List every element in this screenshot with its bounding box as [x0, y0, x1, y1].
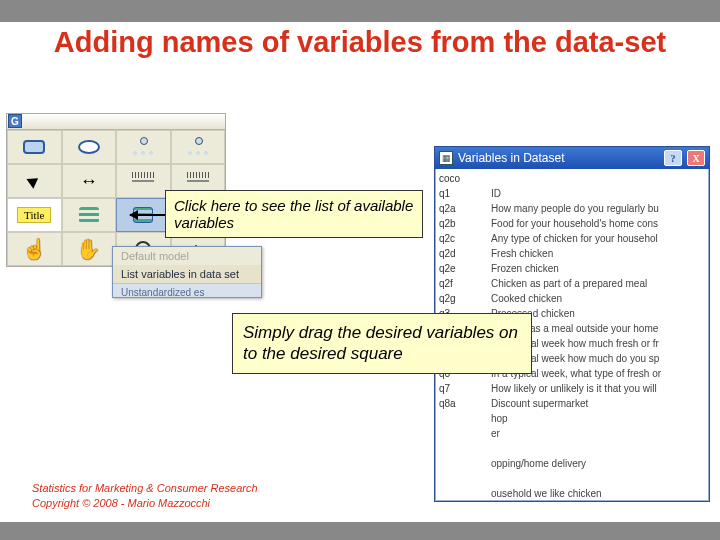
- hand-icon: ✋: [76, 237, 101, 261]
- tool-latent[interactable]: [116, 130, 171, 164]
- cursor-icon: [27, 173, 42, 189]
- dialog-app-icon: ▦: [439, 151, 453, 165]
- callout-list-variables: Click here to see the list of available …: [165, 190, 423, 238]
- variable-row[interactable]: q2gCooked chicken: [439, 291, 709, 306]
- variable-row[interactable]: q1ID: [439, 186, 709, 201]
- variable-code: q8a: [439, 396, 483, 411]
- rectangle-icon: [23, 140, 45, 154]
- variable-code: coco: [439, 171, 483, 186]
- tool-oval[interactable]: [62, 130, 117, 164]
- variable-code: q2g: [439, 291, 483, 306]
- tree-icon: [185, 137, 211, 157]
- variable-code: q2b: [439, 216, 483, 231]
- sliders-icon: [132, 172, 154, 190]
- variable-row[interactable]: q2cAny type of chicken for your househol: [439, 231, 709, 246]
- tool-hand-2[interactable]: ✋: [62, 232, 117, 266]
- callout-arrow: [130, 214, 168, 216]
- variable-row[interactable]: q2bFood for your household's home cons: [439, 216, 709, 231]
- variable-code: q2c: [439, 231, 483, 246]
- tool-title[interactable]: Title: [7, 198, 62, 232]
- database-icon: [79, 207, 99, 223]
- variable-description: Frozen chicken: [491, 261, 559, 276]
- variable-row[interactable]: q8aDiscount supermarket: [439, 396, 709, 411]
- slide-footer: Statistics for Marketing & Consumer Rese…: [32, 481, 258, 510]
- sliders-icon: [187, 172, 209, 190]
- variable-row[interactable]: q7How likely or unlikely is it that you …: [439, 381, 709, 396]
- variable-description: opping/home delivery: [491, 456, 586, 471]
- tool-double-arrow[interactable]: ↔: [62, 164, 117, 198]
- variable-description: How likely or unlikely is it that you wi…: [491, 381, 657, 396]
- dialog-titlebar[interactable]: ▦ Variables in Dataset ? X: [435, 147, 709, 169]
- dialog-help-button[interactable]: ?: [664, 150, 682, 166]
- variable-row[interactable]: ousehold we like chicken: [439, 486, 709, 501]
- variable-description: Discount supermarket: [491, 396, 588, 411]
- variable-description: Any type of chicken for your househol: [491, 231, 658, 246]
- tool-pointer[interactable]: [7, 164, 62, 198]
- variable-code: q2f: [439, 276, 483, 291]
- footer-line-1: Statistics for Marketing & Consumer Rese…: [32, 481, 258, 495]
- footer-line-2: Copyright © 2008 - Mario Mazzocchi: [32, 496, 258, 510]
- variable-code: [439, 411, 483, 426]
- menu-item-default[interactable]: Default model: [113, 247, 261, 265]
- variable-row[interactable]: [439, 471, 709, 486]
- variable-row[interactable]: q2fChicken as part of a prepared meal: [439, 276, 709, 291]
- toolbox-context-menu: Default model List variables in data set…: [112, 246, 262, 298]
- tool-data-1[interactable]: [62, 198, 117, 232]
- slide-bottom-bar: [0, 522, 720, 540]
- tool-rectangle[interactable]: [7, 130, 62, 164]
- title-button-label: Title: [17, 207, 51, 223]
- variable-code: [439, 456, 483, 471]
- menu-item-unstandardized[interactable]: Unstandardized es: [113, 283, 261, 297]
- slide-title: Adding names of variables from the data-…: [0, 22, 720, 65]
- slide-top-bar: [0, 0, 720, 22]
- variable-row[interactable]: coco: [439, 171, 709, 186]
- variable-code: [439, 486, 483, 501]
- tool-tree2[interactable]: [171, 130, 226, 164]
- variable-description: hop: [491, 411, 508, 426]
- toolbox-tab[interactable]: G: [8, 114, 22, 128]
- variable-row[interactable]: q2dFresh chicken: [439, 246, 709, 261]
- variable-code: q1: [439, 186, 483, 201]
- oval-icon: [78, 140, 100, 154]
- variable-code: [439, 471, 483, 486]
- variable-description: How many people do you regularly bu: [491, 201, 659, 216]
- dialog-title-text: Variables in Dataset: [458, 151, 565, 165]
- variable-code: [439, 426, 483, 441]
- variable-code: q2a: [439, 201, 483, 216]
- callout-drag-variables: Simply drag the desired variables on to …: [232, 313, 532, 374]
- double-arrow-icon: ↔: [80, 172, 98, 190]
- variable-row[interactable]: opping/home delivery: [439, 456, 709, 471]
- variable-description: Cooked chicken: [491, 291, 562, 306]
- variable-code: q7: [439, 381, 483, 396]
- tool-sliders[interactable]: [116, 164, 171, 198]
- variable-code: q2e: [439, 261, 483, 276]
- variable-description: ID: [491, 186, 501, 201]
- variable-row[interactable]: q2aHow many people do you regularly bu: [439, 201, 709, 216]
- variable-row[interactable]: er: [439, 426, 709, 441]
- variable-description: ousehold we like chicken: [491, 486, 602, 501]
- variable-description: Fresh chicken: [491, 246, 553, 261]
- tool-hand-1[interactable]: ☝: [7, 232, 62, 266]
- variable-row[interactable]: q2eFrozen chicken: [439, 261, 709, 276]
- variable-description: Food for your household's home cons: [491, 216, 658, 231]
- variable-row[interactable]: [439, 441, 709, 456]
- variable-description: er: [491, 426, 500, 441]
- variable-row[interactable]: hop: [439, 411, 709, 426]
- tree-icon: [130, 137, 156, 157]
- hand-icon: ☝: [22, 237, 47, 261]
- dialog-close-button[interactable]: X: [687, 150, 705, 166]
- toolbox-tabbar: G: [7, 114, 225, 130]
- menu-item-list-variables[interactable]: List variables in data set: [113, 265, 261, 283]
- variable-description: Chicken as part of a prepared meal: [491, 276, 647, 291]
- variable-code: [439, 441, 483, 456]
- variable-code: q2d: [439, 246, 483, 261]
